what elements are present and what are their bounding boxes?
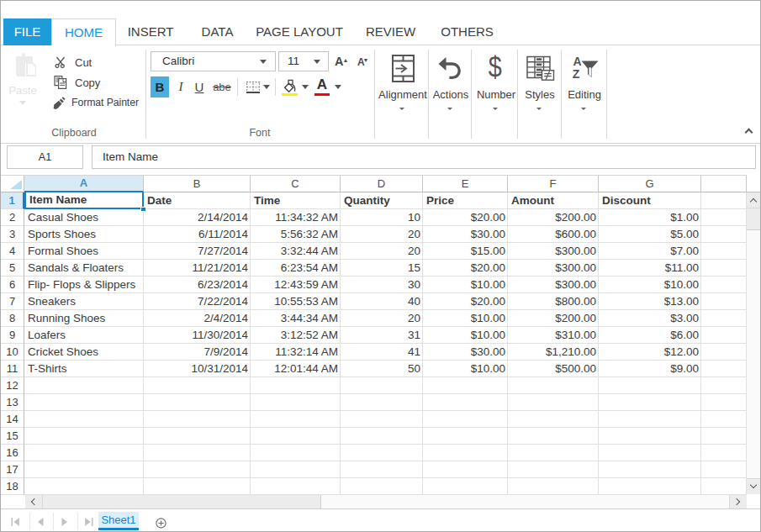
svg-text:$: $ xyxy=(489,53,502,83)
svg-text:Z: Z xyxy=(573,67,580,81)
